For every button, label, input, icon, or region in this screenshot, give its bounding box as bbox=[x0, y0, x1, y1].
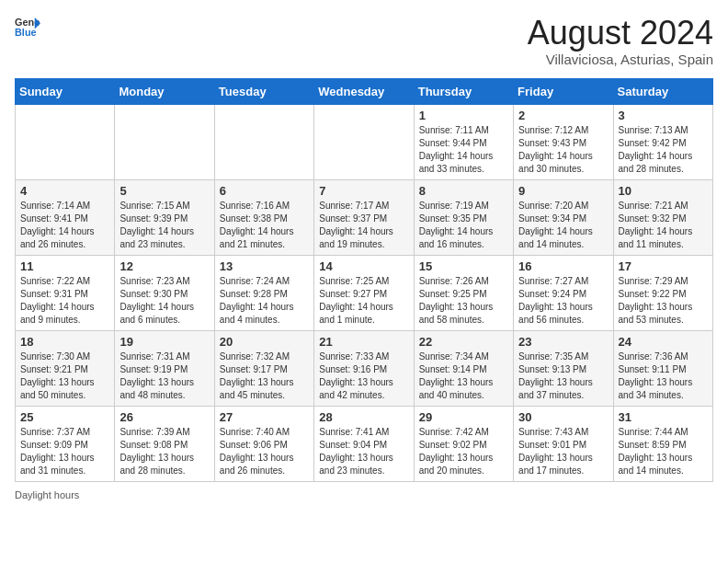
calendar-cell: 9Sunrise: 7:20 AMSunset: 9:34 PMDaylight… bbox=[514, 179, 613, 255]
day-number: 22 bbox=[419, 335, 508, 349]
calendar-cell: 24Sunrise: 7:36 AMSunset: 9:11 PMDayligh… bbox=[613, 330, 712, 406]
day-number: 8 bbox=[419, 184, 508, 198]
logo: General Blue bbox=[15, 15, 40, 40]
day-sun-info: Sunrise: 7:33 AMSunset: 9:16 PMDaylight:… bbox=[319, 350, 408, 402]
day-sun-info: Sunrise: 7:12 AMSunset: 9:43 PMDaylight:… bbox=[518, 124, 608, 176]
weekday-header-wednesday: Wednesday bbox=[314, 78, 414, 104]
day-sun-info: Sunrise: 7:40 AMSunset: 9:06 PMDaylight:… bbox=[220, 426, 309, 477]
day-number: 1 bbox=[419, 109, 508, 122]
calendar-header: SundayMondayTuesdayWednesdayThursdayFrid… bbox=[16, 78, 713, 104]
day-number: 28 bbox=[319, 410, 408, 424]
day-number: 20 bbox=[220, 335, 309, 349]
day-number: 15 bbox=[419, 259, 508, 273]
day-sun-info: Sunrise: 7:25 AMSunset: 9:27 PMDaylight:… bbox=[319, 275, 408, 327]
day-sun-info: Sunrise: 7:15 AMSunset: 9:39 PMDaylight:… bbox=[119, 200, 209, 251]
calendar-cell: 4Sunrise: 7:14 AMSunset: 9:41 PMDaylight… bbox=[16, 179, 115, 255]
calendar-cell: 20Sunrise: 7:32 AMSunset: 9:17 PMDayligh… bbox=[214, 330, 313, 406]
calendar-cell bbox=[314, 104, 414, 179]
calendar-cell: 2Sunrise: 7:12 AMSunset: 9:43 PMDaylight… bbox=[514, 104, 613, 179]
day-sun-info: Sunrise: 7:44 AMSunset: 8:59 PMDaylight:… bbox=[619, 426, 708, 477]
day-number: 10 bbox=[619, 184, 708, 198]
day-number: 7 bbox=[319, 184, 408, 198]
calendar-cell: 3Sunrise: 7:13 AMSunset: 9:42 PMDaylight… bbox=[613, 104, 712, 179]
calendar-cell: 28Sunrise: 7:41 AMSunset: 9:04 PMDayligh… bbox=[314, 406, 414, 481]
calendar-cell: 23Sunrise: 7:35 AMSunset: 9:13 PMDayligh… bbox=[514, 330, 613, 406]
calendar-cell: 30Sunrise: 7:43 AMSunset: 9:01 PMDayligh… bbox=[514, 406, 613, 481]
page-header: General Blue August 2024 Villaviciosa, A… bbox=[15, 15, 713, 67]
day-sun-info: Sunrise: 7:23 AMSunset: 9:30 PMDaylight:… bbox=[119, 275, 209, 327]
day-sun-info: Sunrise: 7:13 AMSunset: 9:42 PMDaylight:… bbox=[619, 124, 708, 176]
location-subtitle: Villaviciosa, Asturias, Spain bbox=[528, 52, 713, 67]
month-year-title: August 2024 bbox=[528, 15, 713, 52]
day-sun-info: Sunrise: 7:22 AMSunset: 9:31 PMDaylight:… bbox=[20, 275, 109, 327]
calendar-cell bbox=[214, 104, 313, 179]
calendar-cell: 15Sunrise: 7:26 AMSunset: 9:25 PMDayligh… bbox=[414, 255, 513, 330]
day-sun-info: Sunrise: 7:39 AMSunset: 9:08 PMDaylight:… bbox=[119, 426, 209, 477]
calendar-cell: 16Sunrise: 7:27 AMSunset: 9:24 PMDayligh… bbox=[514, 255, 613, 330]
calendar-cell: 27Sunrise: 7:40 AMSunset: 9:06 PMDayligh… bbox=[214, 406, 313, 481]
calendar-cell: 29Sunrise: 7:42 AMSunset: 9:02 PMDayligh… bbox=[414, 406, 513, 481]
day-sun-info: Sunrise: 7:19 AMSunset: 9:35 PMDaylight:… bbox=[419, 200, 508, 251]
day-sun-info: Sunrise: 7:35 AMSunset: 9:13 PMDaylight:… bbox=[518, 350, 608, 402]
calendar-week-row: 4Sunrise: 7:14 AMSunset: 9:41 PMDaylight… bbox=[16, 179, 713, 255]
day-number: 18 bbox=[20, 335, 109, 349]
day-number: 31 bbox=[619, 410, 708, 424]
calendar-cell: 25Sunrise: 7:37 AMSunset: 9:09 PMDayligh… bbox=[16, 406, 115, 481]
calendar-cell: 21Sunrise: 7:33 AMSunset: 9:16 PMDayligh… bbox=[314, 330, 414, 406]
calendar-week-row: 1Sunrise: 7:11 AMSunset: 9:44 PMDaylight… bbox=[16, 104, 713, 179]
day-sun-info: Sunrise: 7:11 AMSunset: 9:44 PMDaylight:… bbox=[419, 124, 508, 176]
day-number: 25 bbox=[20, 410, 109, 424]
weekday-header-sunday: Sunday bbox=[16, 78, 115, 104]
day-sun-info: Sunrise: 7:42 AMSunset: 9:02 PMDaylight:… bbox=[419, 426, 508, 477]
day-sun-info: Sunrise: 7:26 AMSunset: 9:25 PMDaylight:… bbox=[419, 275, 508, 327]
day-sun-info: Sunrise: 7:41 AMSunset: 9:04 PMDaylight:… bbox=[319, 426, 408, 477]
day-sun-info: Sunrise: 7:14 AMSunset: 9:41 PMDaylight:… bbox=[20, 200, 109, 251]
day-number: 17 bbox=[619, 259, 708, 273]
day-number: 24 bbox=[619, 335, 708, 349]
day-number: 11 bbox=[20, 259, 109, 273]
day-sun-info: Sunrise: 7:20 AMSunset: 9:34 PMDaylight:… bbox=[518, 200, 608, 251]
day-number: 19 bbox=[119, 335, 209, 349]
day-sun-info: Sunrise: 7:31 AMSunset: 9:19 PMDaylight:… bbox=[119, 350, 209, 402]
day-number: 4 bbox=[20, 184, 109, 198]
day-sun-info: Sunrise: 7:16 AMSunset: 9:38 PMDaylight:… bbox=[220, 200, 309, 251]
calendar-body: 1Sunrise: 7:11 AMSunset: 9:44 PMDaylight… bbox=[16, 104, 713, 481]
calendar-cell: 31Sunrise: 7:44 AMSunset: 8:59 PMDayligh… bbox=[613, 406, 712, 481]
weekday-header-row: SundayMondayTuesdayWednesdayThursdayFrid… bbox=[16, 78, 713, 104]
generalblue-logo-icon: General Blue bbox=[15, 15, 40, 40]
day-number: 21 bbox=[319, 335, 408, 349]
calendar-cell: 13Sunrise: 7:24 AMSunset: 9:28 PMDayligh… bbox=[214, 255, 313, 330]
calendar-week-row: 25Sunrise: 7:37 AMSunset: 9:09 PMDayligh… bbox=[16, 406, 713, 481]
weekday-header-monday: Monday bbox=[115, 78, 214, 104]
day-number: 3 bbox=[619, 109, 708, 122]
day-sun-info: Sunrise: 7:21 AMSunset: 9:32 PMDaylight:… bbox=[619, 200, 708, 251]
calendar-cell: 19Sunrise: 7:31 AMSunset: 9:19 PMDayligh… bbox=[115, 330, 214, 406]
day-sun-info: Sunrise: 7:34 AMSunset: 9:14 PMDaylight:… bbox=[419, 350, 508, 402]
calendar-cell: 26Sunrise: 7:39 AMSunset: 9:08 PMDayligh… bbox=[115, 406, 214, 481]
calendar-cell bbox=[16, 104, 115, 179]
footer: Daylight hours bbox=[15, 489, 713, 500]
daylight-hours-label: Daylight hours bbox=[15, 489, 79, 500]
day-sun-info: Sunrise: 7:36 AMSunset: 9:11 PMDaylight:… bbox=[619, 350, 708, 402]
day-number: 16 bbox=[518, 259, 608, 273]
day-number: 14 bbox=[319, 259, 408, 273]
day-sun-info: Sunrise: 7:43 AMSunset: 9:01 PMDaylight:… bbox=[518, 426, 608, 477]
day-number: 5 bbox=[119, 184, 209, 198]
day-sun-info: Sunrise: 7:30 AMSunset: 9:21 PMDaylight:… bbox=[20, 350, 109, 402]
calendar-cell: 11Sunrise: 7:22 AMSunset: 9:31 PMDayligh… bbox=[16, 255, 115, 330]
day-sun-info: Sunrise: 7:17 AMSunset: 9:37 PMDaylight:… bbox=[319, 200, 408, 251]
day-number: 23 bbox=[518, 335, 608, 349]
day-number: 6 bbox=[220, 184, 309, 198]
day-sun-info: Sunrise: 7:32 AMSunset: 9:17 PMDaylight:… bbox=[220, 350, 309, 402]
day-sun-info: Sunrise: 7:24 AMSunset: 9:28 PMDaylight:… bbox=[220, 275, 309, 327]
weekday-header-saturday: Saturday bbox=[613, 78, 712, 104]
day-number: 26 bbox=[119, 410, 209, 424]
weekday-header-tuesday: Tuesday bbox=[214, 78, 313, 104]
calendar-cell: 18Sunrise: 7:30 AMSunset: 9:21 PMDayligh… bbox=[16, 330, 115, 406]
weekday-header-friday: Friday bbox=[514, 78, 613, 104]
calendar-cell: 8Sunrise: 7:19 AMSunset: 9:35 PMDaylight… bbox=[414, 179, 513, 255]
day-sun-info: Sunrise: 7:37 AMSunset: 9:09 PMDaylight:… bbox=[20, 426, 109, 477]
calendar-table: SundayMondayTuesdayWednesdayThursdayFrid… bbox=[15, 78, 713, 482]
day-sun-info: Sunrise: 7:29 AMSunset: 9:22 PMDaylight:… bbox=[619, 275, 708, 327]
day-number: 27 bbox=[220, 410, 309, 424]
